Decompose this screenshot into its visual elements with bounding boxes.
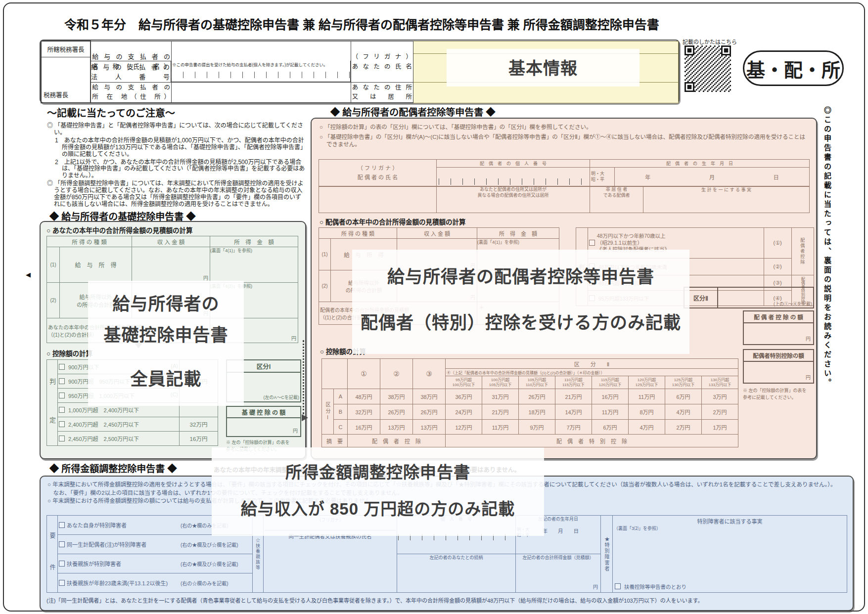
checkbox[interactable]: [59, 522, 65, 528]
spouse-name-input[interactable]: [319, 186, 437, 213]
corporate-number-ticks: [171, 72, 350, 78]
ref-back-note: (裏面「4(1)」を参照): [210, 247, 298, 254]
checkbox[interactable]: [59, 364, 65, 370]
left-pointer-icon: ◀: [26, 271, 31, 278]
amount-cell: 13万円: [413, 420, 446, 435]
ymd-label: 年 月 日: [543, 527, 579, 538]
youken-strip: 要 件: [47, 516, 58, 593]
spouse-info-table-top: （ フ リ ガ ナ ） 配 偶 者 の 氏 名 配 偶 者 の 個 人 番 号 …: [319, 159, 810, 187]
amount-cell: 16万円: [348, 420, 380, 435]
amount-cell: 8万円: [629, 404, 665, 420]
dependent-income-input[interactable]: 左記の者の合計所得金額（見積額） 円: [516, 554, 601, 593]
era-label: 明・大 昭・平: [590, 168, 615, 187]
amount-cell: 2万円: [665, 420, 702, 435]
special-amount-input[interactable]: 円: [743, 362, 814, 384]
disability-fact-note: （裏面「3⑵」を参照）: [614, 525, 846, 531]
checkbox[interactable]: [59, 378, 65, 384]
amount-cell: 16万円: [592, 389, 629, 404]
row-key: B: [334, 404, 348, 420]
basic-section-heading: ◆ 給与所得者の基礎控除申告書 ◆: [49, 209, 196, 222]
checkbox[interactable]: [59, 436, 65, 441]
payer-address-label: 給 与 の 支 払 者 の 所 在 地（住 所）: [91, 82, 171, 103]
spousal-deduction-label: 配偶者控除: [791, 228, 814, 275]
kubun1-strip: 区分Ⅰ: [322, 389, 334, 435]
amount-cell: 7万円: [555, 420, 592, 435]
checkbox[interactable]: [59, 541, 65, 547]
basic-amount-label: 基 礎 控 除 の 額: [227, 407, 300, 418]
amount-input[interactable]: (裏面「4(1)」を参照): [210, 247, 298, 283]
checkbox[interactable]: [59, 393, 65, 398]
amount-cell: 38万円: [380, 389, 413, 404]
overlay-line: 所得金額調整控除申告書: [212, 459, 544, 483]
dependent-relation-input[interactable]: 左記の者のあなたとの続柄: [397, 554, 516, 593]
amount-cell: 6万円: [592, 420, 629, 435]
overlay-spouse-section: 給与所得者の配偶者控除等申告書 配偶者（特別）控除を受ける方のみ記載: [352, 250, 689, 354]
your-address-label: あ な た の 住 所 又 は 居 所: [351, 82, 413, 103]
overlay-line: 配偶者（特別）控除を受ける方のみ記載: [352, 308, 689, 334]
year-label: 年: [645, 173, 650, 181]
row-key: A: [334, 389, 348, 404]
spouse-deduction-table: ① ② ③ 区 分 Ⅱ ④（上記「配偶者の本年中の合計所得金額の見積額（(1)と…: [321, 358, 738, 447]
disability-fact-input[interactable]: 特別障害者に該当する事実 （裏面「3⑵」を参照） 扶養控除等申告書のとおり: [613, 516, 847, 593]
amount-cell: 11万円: [482, 420, 519, 435]
spouse-birth-input[interactable]: 年 月 日: [615, 168, 810, 187]
checkbox[interactable]: [59, 407, 65, 413]
payer-address-input[interactable]: [172, 82, 351, 103]
amount-cell: 1万円: [702, 420, 738, 435]
overlay-adjust-section: 所得金額調整控除申告書 給与収入が 850 万円超の方のみ記載: [212, 447, 544, 536]
living-together-label: 生 計 を 一 に す る 事 実: [643, 186, 810, 213]
instruction-item: ◎ 「所得金額調整控除申告書」については、年末調整において所得金額調整控除の適用…: [47, 180, 305, 208]
checkbox[interactable]: [615, 583, 621, 589]
overlay-line: 給与所得者の: [88, 290, 244, 315]
spousal-amount-input[interactable]: 円: [743, 323, 814, 345]
range-header: 115万円超 120万円以下: [592, 376, 629, 389]
amount-cell: 12万円: [446, 420, 482, 435]
income-input[interactable]: 円: [132, 247, 210, 283]
amount-cell: 36万円: [446, 389, 482, 404]
summary-label: 摘 要: [322, 435, 348, 447]
judge-tag: (②): [764, 259, 791, 275]
judge-strip: 判 定: [47, 360, 58, 446]
payer-number-label: 給 与 の 支 払 者 の 法 人 番 号: [90, 61, 171, 84]
basic-deduction-title: ○ 控除額の計算: [46, 348, 92, 358]
col-2: ②: [380, 359, 413, 389]
corporate-number-cell[interactable]: ※この申告書の提出を受けた給与の支払者(個人を除きます。)が記載してください。: [171, 61, 351, 82]
tax-form-page: 令和５年分 給与所得者の基礎控除申告書 兼 給与所得者の配偶者控除等申告書 兼 …: [0, 0, 868, 614]
amount-cell: 4万円: [665, 404, 702, 420]
checkbox[interactable]: [59, 421, 65, 427]
checkbox[interactable]: [589, 240, 595, 246]
checkbox[interactable]: [59, 580, 65, 586]
disability-fact-label: 特別障害者に該当する事実: [614, 516, 846, 525]
judge-range: 2,450万円超 2,500万円以下: [68, 436, 139, 442]
spouse-birth-label: 配 偶 者 の 生 年 月 日: [590, 160, 810, 168]
spouse-calc-title: ○ 配偶者の本年中の合計所得金額の見積額の計算: [320, 217, 465, 226]
checkbox[interactable]: [59, 561, 65, 567]
fact-check-label: 扶養控除等申告書のとおり: [624, 584, 686, 590]
col-amount-header: 所 得 金 額: [477, 228, 559, 239]
ref-back-note: (裏面「4(1)」を参照): [477, 239, 559, 245]
side-vertical-note: ◎この申告書の記載に当たっては、裏面の説明をお読みください。: [822, 106, 832, 419]
basic-amount-box[interactable]: 基 礎 控 除 の 額 円: [226, 406, 301, 437]
overlay-line: 給与収入が 850 万円超の方のみ記載: [212, 496, 544, 520]
kubun2-header: 区 分 Ⅱ: [446, 359, 738, 369]
requirement-label: 同一生計配偶者(注)が特別障害者: [67, 540, 181, 548]
instruction-item: 2 上記1以外で、かつ、あなたの本年中の合計所得金額の見積額が2,500万円以下…: [47, 159, 305, 180]
range-header: 110万円超 115万円以下: [555, 376, 592, 389]
overlay-line: 給与所得者の配偶者控除等申告書: [352, 263, 689, 288]
amount-cell: 32万円: [348, 404, 380, 420]
amount-cell: 2万円: [702, 404, 738, 420]
spouse-mynumber-input[interactable]: [437, 168, 590, 187]
amount-cell: 9万円: [519, 420, 555, 435]
spousal-amount-label: 配 偶 者 控 除 の 額: [743, 310, 814, 323]
kubun2-note: (上の①～④を記載): [774, 301, 812, 307]
spouse-address-label: あなたと配偶者の住所又は居所が 異なる場合の配偶者の住所又は居所: [437, 186, 590, 213]
overlay-basic-info: 基本情報: [447, 49, 640, 87]
dependent-income-label: 左記の者の合計所得金額（見積額）: [517, 554, 599, 561]
kubun2-row: 区分Ⅱ (上の①～④を記載): [684, 287, 814, 308]
requirement-note: (右の☆欄のみを記載): [181, 579, 228, 587]
kubun2-input[interactable]: (上の①～④を記載): [717, 287, 814, 308]
requirement-note: (右の★欄及び☆欄を記載): [181, 541, 238, 548]
overlay-basic-section: 給与所得者の 基礎控除申告書 全員記載: [88, 281, 244, 406]
corner-cell: [322, 359, 348, 389]
amount-cell: 48万円: [348, 389, 380, 404]
